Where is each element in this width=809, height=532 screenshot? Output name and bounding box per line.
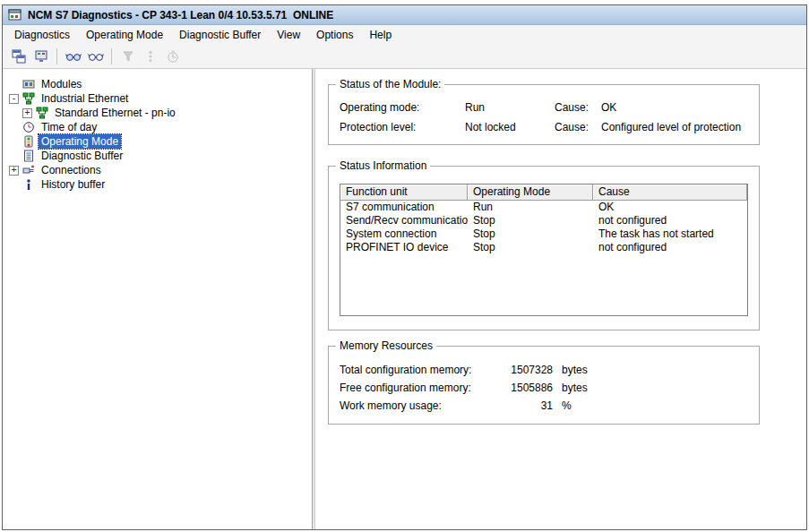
tree-item-industrial-ethernet[interactable]: - Industrial Ethernet: [9, 91, 312, 106]
tree-item-modules[interactable]: Modules: [9, 77, 312, 91]
tree-item-operating-mode[interactable]: Operating Mode: [9, 134, 312, 149]
diagnostic-buffer-icon: [22, 150, 35, 162]
menu-diagnostic-buffer[interactable]: Diagnostic Buffer: [171, 26, 269, 44]
modules-icon: [22, 78, 35, 90]
status-information-group: Status Information Function unit Operati…: [328, 166, 760, 330]
cycle-time-icon: [161, 46, 184, 66]
free-config-memory-label: Free configuration memory:: [340, 382, 492, 394]
cell-function-unit: Send/Recv communication: [340, 214, 468, 227]
table-header: Function unit Operating Mode Cause: [340, 184, 747, 201]
tree-item-label-selected: Operating Mode: [39, 134, 121, 149]
menu-bar: Diagnostics Operating Mode Diagnostic Bu…: [3, 25, 806, 44]
status-of-module-group: Status of the Module: Operating mode: Ru…: [328, 84, 760, 145]
industrial-ethernet-icon: [22, 92, 35, 105]
title-bar[interactable]: NCM S7 Diagnostics - CP 343-1 Lean 0/4 1…: [3, 5, 806, 25]
filter-icon: [116, 46, 139, 66]
cell-cause: OK: [593, 201, 747, 214]
tree-item-label: Diagnostic Buffer: [39, 149, 125, 163]
cell-function-unit: PROFINET IO device: [340, 241, 468, 254]
history-buffer-icon: [22, 178, 35, 191]
menu-operating-mode[interactable]: Operating Mode: [78, 26, 171, 44]
tree-item-label: History buffer: [39, 177, 108, 192]
module-information-icon[interactable]: [30, 46, 52, 66]
table-row[interactable]: System connection Stop The task has not …: [340, 227, 747, 241]
cell-function-unit: System connection: [340, 227, 468, 241]
operating-mode-value: Run: [465, 101, 555, 114]
table-empty-area: [340, 254, 747, 315]
menu-view[interactable]: View: [269, 26, 308, 44]
work-memory-usage-label: Work memory usage:: [340, 399, 492, 412]
tree-item-connections[interactable]: + Connections: [9, 163, 312, 177]
tree-item-label: Industrial Ethernet: [39, 91, 131, 106]
total-config-memory-label: Total configuration memory:: [340, 364, 492, 376]
counters-icon: [139, 46, 161, 66]
menu-options[interactable]: Options: [308, 26, 361, 44]
column-header-operating-mode[interactable]: Operating Mode: [468, 184, 593, 201]
cause-value: OK: [601, 101, 748, 114]
ethernet-node-icon: [36, 107, 48, 119]
free-config-memory-unit: bytes: [553, 382, 607, 394]
toolbar-separator: [56, 48, 57, 64]
app-icon: [8, 8, 22, 22]
column-header-function-unit[interactable]: Function unit: [340, 184, 468, 201]
status-table[interactable]: Function unit Operating Mode Cause S7 co…: [340, 184, 748, 316]
cyclic-update-off-icon[interactable]: [84, 46, 107, 66]
module-tree: Modules - Industrial Ethernet + Standard…: [3, 69, 312, 529]
cell-operating-mode: Stop: [468, 227, 593, 241]
time-of-day-icon: [22, 121, 35, 133]
operating-mode-icon: [22, 135, 35, 148]
desktop: NCM S7 Diagnostics - CP 343-1 Lean 0/4 1…: [0, 0, 809, 532]
toolbar: [3, 44, 806, 69]
tree-item-history-buffer[interactable]: History buffer: [9, 177, 312, 192]
connections-icon: [22, 164, 35, 176]
group-title: Memory Resources: [336, 339, 436, 352]
window-title: NCM S7 Diagnostics - CP 343-1 Lean 0/4 1…: [28, 9, 333, 21]
collapse-toggle-icon[interactable]: -: [9, 94, 19, 104]
detail-pane: Status of the Module: Operating mode: Ru…: [315, 69, 806, 529]
tree-item-label: Standard Ethernet - pn-io: [52, 106, 178, 120]
group-title: Status of the Module:: [336, 78, 444, 90]
cell-operating-mode: Run: [468, 201, 593, 214]
tree-item-label: Connections: [39, 163, 104, 177]
menu-diagnostics[interactable]: Diagnostics: [6, 26, 78, 44]
group-title: Status Information: [336, 159, 430, 172]
cause-value: Configured level of protection: [601, 121, 748, 133]
cell-cause: not configured: [593, 241, 747, 254]
toolbar-separator: [111, 48, 112, 64]
cell-function-unit: S7 communication: [340, 201, 468, 214]
tree-item-label: Time of day: [39, 120, 99, 134]
memory-resources-group: Memory Resources Total configuration mem…: [328, 346, 760, 425]
app-window: NCM S7 Diagnostics - CP 343-1 Lean 0/4 1…: [2, 4, 807, 530]
table-row[interactable]: S7 communication Run OK: [340, 201, 747, 214]
work-memory-usage-unit: %: [553, 399, 607, 412]
column-header-cause[interactable]: Cause: [593, 184, 747, 201]
expand-toggle-icon[interactable]: +: [22, 108, 32, 118]
cell-operating-mode: Stop: [468, 214, 593, 227]
protection-level-value: Not locked: [465, 121, 555, 133]
total-config-memory-value: 1507328: [492, 364, 553, 376]
menu-help[interactable]: Help: [361, 26, 400, 44]
cell-cause: not configured: [593, 214, 747, 227]
main-area: Modules - Industrial Ethernet + Standard…: [3, 69, 806, 529]
tree-item-standard-ethernet[interactable]: + Standard Ethernet - pn-io: [22, 106, 312, 120]
tree-item-label: Modules: [39, 77, 84, 91]
cell-cause: The task has not started: [593, 227, 747, 241]
total-config-memory-unit: bytes: [553, 364, 607, 376]
cause-label: Cause:: [555, 101, 601, 114]
tree-item-time-of-day[interactable]: Time of day: [9, 120, 312, 134]
table-row[interactable]: Send/Recv communication Stop not configu…: [340, 214, 747, 227]
work-memory-usage-value: 31: [492, 399, 553, 412]
protection-level-label: Protection level:: [340, 121, 465, 133]
cyclic-update-on-icon[interactable]: [62, 46, 84, 66]
cause-label: Cause:: [555, 121, 601, 133]
operating-mode-label: Operating mode:: [340, 101, 465, 114]
table-row[interactable]: PROFINET IO device Stop not configured: [340, 241, 747, 254]
update-display-icon[interactable]: [7, 46, 30, 66]
tree-item-diagnostic-buffer[interactable]: Diagnostic Buffer: [9, 149, 312, 163]
free-config-memory-value: 1505886: [492, 382, 553, 394]
cell-operating-mode: Stop: [468, 241, 593, 254]
expand-toggle-icon[interactable]: +: [9, 166, 19, 176]
